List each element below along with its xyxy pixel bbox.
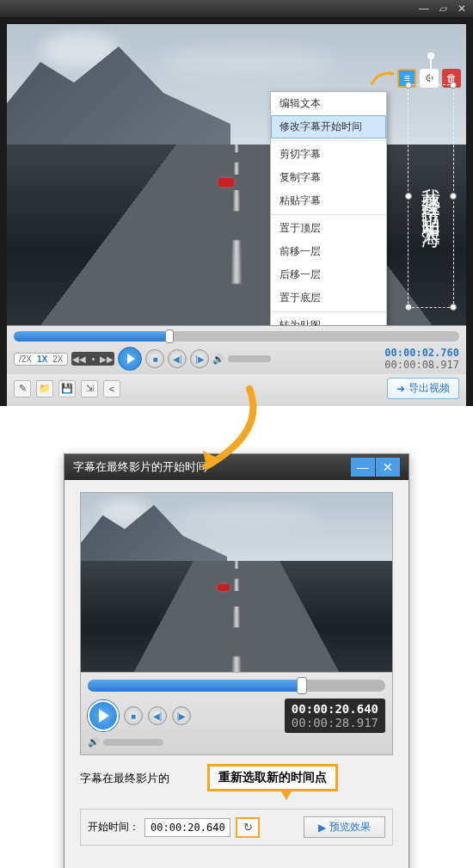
- speed-down-icon[interactable]: ◀◀: [73, 354, 85, 364]
- resize-handle[interactable]: [405, 304, 412, 311]
- menu-send-back[interactable]: 置于底层: [271, 286, 386, 310]
- dialog-time-total: 00:00:28.917: [292, 716, 378, 729]
- speed-half[interactable]: /2X: [17, 354, 34, 364]
- titlebar: — ▱ ✕: [0, 0, 473, 17]
- export-video-button[interactable]: ➜ 导出视频: [387, 378, 459, 399]
- speed-mid-icon[interactable]: •: [87, 354, 99, 364]
- callout-label: 重新选取新的时间点: [207, 764, 338, 791]
- export-arrow-icon: ➜: [396, 383, 405, 395]
- close-icon[interactable]: ✕: [456, 3, 468, 15]
- speed-selector[interactable]: /2X 1X 2X: [14, 353, 68, 366]
- rotate-handle[interactable]: [430, 59, 432, 82]
- dialog-stop-button[interactable]: ■: [124, 706, 143, 725]
- dialog-play-button[interactable]: [88, 700, 119, 731]
- dialog-close-icon[interactable]: ✕: [376, 458, 400, 477]
- open-icon[interactable]: 📁: [36, 380, 53, 397]
- menu-backward[interactable]: 后移一层: [271, 263, 386, 286]
- next-frame-button[interactable]: |▶: [190, 349, 209, 368]
- subtitle-bounding-box[interactable]: 我曾经跨过山和大海: [408, 84, 454, 308]
- reset-time-button[interactable]: ↻: [236, 817, 260, 838]
- context-menu: 编辑文本 修改字幕开始时间 剪切字幕 复制字幕 粘贴字幕 置于顶层 前移一层 后…: [270, 91, 387, 325]
- maximize-icon[interactable]: ▱: [437, 3, 449, 15]
- form-label: 字幕在最终影片的: [80, 772, 169, 785]
- resize-handle[interactable]: [405, 82, 412, 89]
- resize-handle[interactable]: [405, 193, 412, 200]
- menu-cut[interactable]: 剪切字幕: [271, 143, 386, 166]
- start-time-label: 开始时间：: [88, 820, 139, 834]
- preview-effect-button[interactable]: ▶ 预览效果: [304, 816, 385, 838]
- resize-handle[interactable]: [450, 82, 457, 89]
- export-icon[interactable]: ⇲: [81, 380, 98, 397]
- prev-frame-button[interactable]: ◀|: [168, 349, 187, 368]
- callout-pointer-icon: [281, 791, 292, 800]
- menu-bring-front[interactable]: 置于顶层: [271, 217, 386, 240]
- minimize-icon[interactable]: —: [418, 3, 430, 15]
- play-button[interactable]: [118, 347, 142, 371]
- menu-forward[interactable]: 前移一层: [271, 240, 386, 263]
- time-input-row: 开始时间： 00:00:20.640 ↻ ▶ 预览效果: [80, 809, 393, 846]
- dialog-preview: [80, 492, 393, 673]
- dialog-player-controls: ■ ◀| |▶ 00:00:20.640 00:00:28.917 🔊: [80, 673, 393, 755]
- menu-change-start-time[interactable]: 修改字幕开始时间: [271, 115, 386, 139]
- time-display: 00:00:02.760 00:00:08.917: [384, 347, 459, 371]
- dialog-volume-control[interactable]: 🔊: [88, 736, 385, 748]
- time-total: 00:00:08.917: [384, 359, 459, 371]
- speed-two[interactable]: 2X: [51, 354, 64, 364]
- player-controls: /2X 1X 2X ◀◀ • ▶▶ ■ ◀| |▶ 🔊 00:00:02.760…: [7, 325, 466, 374]
- start-time-input[interactable]: 00:00:20.640: [144, 818, 230, 837]
- menu-paste[interactable]: 粘贴字幕: [271, 189, 386, 212]
- dialog-button-row: 确 定 取 消: [64, 858, 408, 868]
- dialog-time-display: 00:00:20.640 00:00:28.917: [285, 699, 385, 733]
- menu-to-sticker[interactable]: 转为贴图: [271, 314, 386, 325]
- dialog-prev-frame-button[interactable]: ◀|: [148, 706, 167, 725]
- menu-copy[interactable]: 复制字幕: [271, 166, 386, 189]
- menu-edit-text[interactable]: 编辑文本: [271, 92, 386, 115]
- stop-button[interactable]: ■: [145, 349, 164, 368]
- new-icon[interactable]: ✎: [14, 380, 31, 397]
- volume-control[interactable]: 🔊: [212, 354, 271, 365]
- share-icon[interactable]: <: [103, 380, 120, 397]
- save-icon[interactable]: 💾: [58, 380, 76, 397]
- speed-one[interactable]: 1X: [35, 354, 49, 364]
- speed-up-icon[interactable]: ▶▶: [101, 354, 113, 364]
- subtitle-text[interactable]: 我曾经跨过山和大海: [418, 173, 444, 219]
- start-time-dialog: 字幕在最终影片的开始时间 — ✕ ■ ◀| |▶ 00:00:20.640 00…: [64, 453, 409, 868]
- video-preview: ≡ ⚙ 🗑 我曾经跨过山和大海 编辑文本 修改字幕开始时间 剪切字幕 复制字幕 …: [7, 24, 466, 325]
- time-current: 00:00:02.760: [384, 347, 459, 359]
- dialog-time-current: 00:00:20.640: [292, 702, 378, 716]
- play-icon: ▶: [318, 822, 326, 834]
- speed-stepper: ◀◀ • ▶▶: [71, 352, 114, 366]
- dialog-minimize-icon[interactable]: —: [351, 458, 375, 477]
- timeline-slider[interactable]: [14, 331, 459, 342]
- dialog-next-frame-button[interactable]: |▶: [172, 706, 191, 725]
- callout-arrow-icon: [370, 69, 399, 88]
- resize-handle[interactable]: [450, 193, 457, 200]
- dialog-timeline-slider[interactable]: [88, 680, 385, 692]
- resize-handle[interactable]: [450, 304, 457, 311]
- form-section: 字幕在最终影片的 重新选取新的时间点: [80, 771, 393, 786]
- flow-arrow-icon: [0, 406, 473, 453]
- video-editor-window: — ▱ ✕ ≡ ⚙ 🗑 我曾经跨过山和大海 编辑文本 修改字幕开始时间: [0, 0, 473, 406]
